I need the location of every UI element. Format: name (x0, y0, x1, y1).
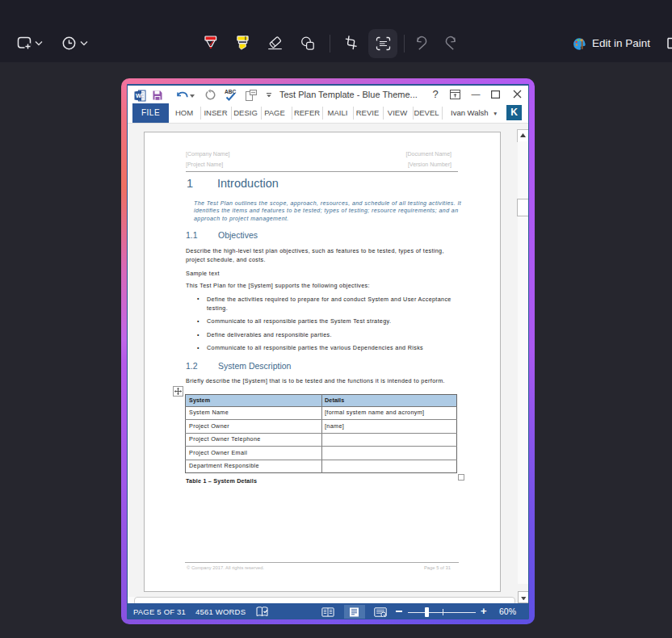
svg-text:W: W (136, 92, 142, 99)
